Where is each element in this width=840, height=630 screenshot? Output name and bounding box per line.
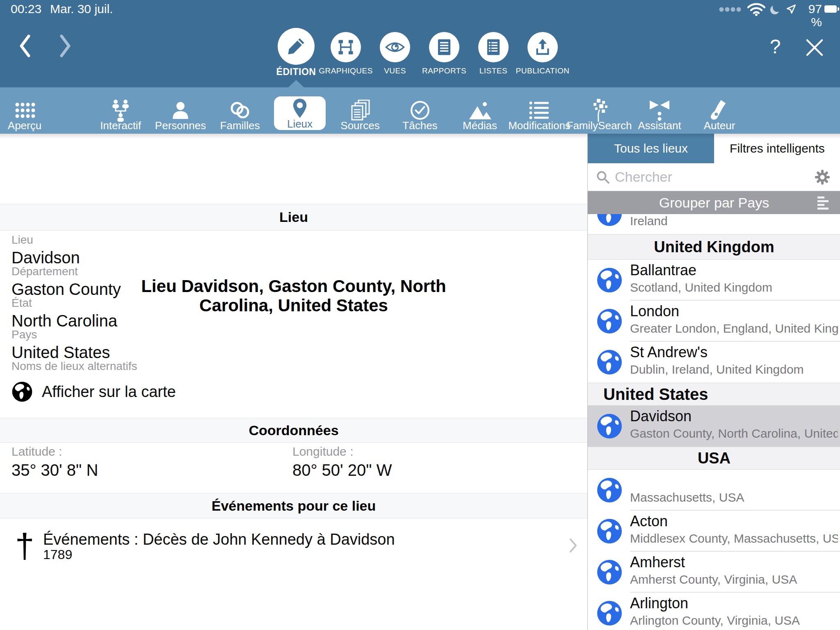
place-row-title: Acton xyxy=(630,512,668,530)
place-row-davidson-selected[interactable]: Davidson Gaston County, North Carolina, … xyxy=(588,406,840,447)
place-row-subtitle: Arlington County, Virginia, USA xyxy=(630,613,838,628)
place-row-title: Ballantrae xyxy=(630,261,696,279)
section-header-coordonnees: Coordonnées xyxy=(0,418,587,443)
field-label-alt-names: Noms de lieux alternatifs xyxy=(11,359,137,373)
globe-icon xyxy=(596,518,623,544)
place-row-subtitle: Ireland xyxy=(630,214,838,228)
tab-filtres-intelligents[interactable]: Filtres intelligents xyxy=(714,134,840,163)
event-year: 1789 xyxy=(43,547,72,562)
place-row-title: Davidson xyxy=(630,407,692,425)
place-row-arlington[interactable]: Arlington Arlington County, Virginia, US… xyxy=(588,593,840,630)
show-on-map-link[interactable]: Afficher sur la carte xyxy=(42,382,176,401)
gear-icon[interactable] xyxy=(814,169,831,185)
place-row-title: St Andrew's xyxy=(630,343,708,361)
globe-icon xyxy=(596,477,623,503)
search-icon xyxy=(596,170,610,184)
place-row-amherst[interactable]: Amherst Amherst County, Virginia, USA xyxy=(588,552,840,593)
search-field[interactable]: Chercher xyxy=(588,163,840,191)
status-date: Mar. 30 juil. xyxy=(50,2,113,16)
place-row-subtitle: Massachusetts, USA xyxy=(630,490,838,505)
latitude-value[interactable]: 35° 30' 8" N xyxy=(11,460,98,480)
section-header-lieu: Lieu xyxy=(0,204,587,231)
nav-auteur[interactable]: Auteur xyxy=(682,87,756,134)
place-row-acton[interactable]: Acton Middlesex County, Massachusetts, U… xyxy=(588,511,840,552)
place-row-title: Arlington xyxy=(630,594,688,612)
group-by-label: Grouper par Pays xyxy=(588,191,840,214)
field-label-pays: Pays xyxy=(11,328,37,342)
country-header-united-kingdom: United Kingdom xyxy=(588,234,840,260)
place-row-subtitle: Amherst County, Virginia, USA xyxy=(630,572,838,587)
place-row-subtitle: Dublin, Ireland, United Kingdom xyxy=(630,362,838,377)
globe-icon xyxy=(596,308,623,334)
nav-familles[interactable]: Familles xyxy=(203,87,277,134)
place-row-ballantrae[interactable]: Ballantrae Scotland, United Kingdom xyxy=(588,260,840,301)
place-row-massachusetts[interactable]: Massachusetts, USA xyxy=(588,470,840,511)
country-header-united-states: United States xyxy=(588,383,840,406)
place-row-subtitle: Greater London, England, United Kingdom xyxy=(630,321,838,336)
moon-icon xyxy=(769,3,782,16)
map-pin-icon xyxy=(274,98,326,119)
place-row-subtitle: Gaston County, North Carolina, United St… xyxy=(630,426,838,441)
place-row-st-andrews[interactable]: St Andrew's Dublin, Ireland, United King… xyxy=(588,342,840,383)
eye-icon xyxy=(380,32,410,62)
help-button[interactable]: ? xyxy=(766,35,784,58)
field-label-lieu: Lieu xyxy=(11,233,33,247)
upload-icon xyxy=(527,32,558,62)
globe-icon xyxy=(596,413,623,439)
place-row-title: Amherst xyxy=(630,553,685,571)
list-document-icon xyxy=(478,32,509,62)
field-label-etat: État xyxy=(11,296,32,310)
place-detail-panel: Lieu Davidson, Gaston County, North Caro… xyxy=(0,134,587,630)
selected-mode-pointer xyxy=(288,80,304,87)
field-label-departement: Département xyxy=(11,265,78,278)
sidebar-tab-bar: Tous les lieux Filtres intelligents xyxy=(588,134,840,163)
death-dagger-icon: † xyxy=(11,521,38,571)
report-document-icon xyxy=(429,32,459,62)
chart-icon xyxy=(331,32,361,62)
pencil-icon xyxy=(278,28,315,65)
place-row-title: London xyxy=(630,302,679,320)
globe-icon xyxy=(11,381,33,404)
globe-icon xyxy=(596,267,623,293)
forward-button[interactable] xyxy=(59,34,71,57)
back-button[interactable] xyxy=(19,34,31,57)
country-header-usa: USA xyxy=(588,447,840,470)
section-header-evenements: Événements pour ce lieu xyxy=(0,493,587,518)
longitude-label: Longitude : xyxy=(292,445,353,458)
mode-publication[interactable]: PUBLICATION xyxy=(510,32,575,62)
status-time: 00:23 xyxy=(11,2,41,16)
globe-icon xyxy=(596,600,623,626)
place-row-subtitle: Scotland, United Kingdom xyxy=(630,280,838,295)
nav-lieux[interactable]: Lieux xyxy=(274,96,326,130)
group-by-country-bar[interactable]: Grouper par Pays xyxy=(588,191,840,214)
search-placeholder: Chercher xyxy=(615,163,672,191)
battery-percent: 97 % xyxy=(799,2,822,16)
place-row-london[interactable]: London Greater London, England, United K… xyxy=(588,301,840,342)
latitude-label: Latitude : xyxy=(11,445,62,458)
place-row-subtitle: Middlesex County, Massachusetts, USA xyxy=(630,531,838,546)
app-window: 00:23 Mar. 30 juil. 97 % xyxy=(0,0,840,630)
disclosure-chevron-icon[interactable] xyxy=(569,538,578,553)
globe-icon xyxy=(596,559,623,585)
places-sidebar: Ireland United Kingdom Ballantrae Scotla… xyxy=(587,134,840,630)
event-title[interactable]: Événements : Décès de John Kennedy à Dav… xyxy=(43,530,395,549)
tab-tous-les-lieux[interactable]: Tous les lieux xyxy=(588,134,714,163)
globe-icon xyxy=(596,349,623,375)
longitude-value[interactable]: 80° 50' 20" W xyxy=(292,460,392,480)
battery-icon xyxy=(824,5,837,13)
close-button[interactable] xyxy=(805,38,824,57)
nav-apercu[interactable]: Aperçu xyxy=(0,87,62,134)
cellular-dots-icon xyxy=(719,7,742,12)
location-arrow-icon xyxy=(786,4,797,14)
sort-lines-icon xyxy=(817,196,830,210)
battery-nub xyxy=(838,7,839,11)
wifi-icon xyxy=(747,3,765,16)
top-toolbar: 00:23 Mar. 30 juil. 97 % xyxy=(0,0,840,87)
